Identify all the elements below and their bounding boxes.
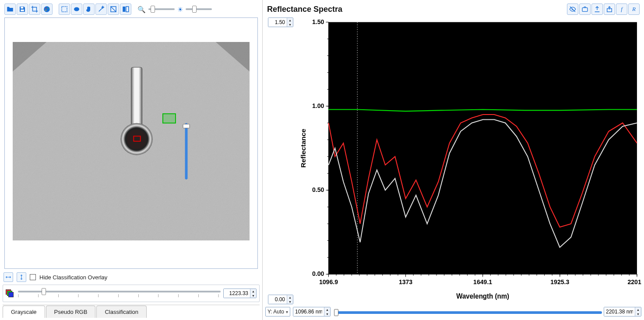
svg-text:1096.9: 1096.9 <box>319 278 338 285</box>
magic-wand-icon[interactable] <box>95 3 107 15</box>
view-mode-tabs: Grayscale Pseudo RGB Classification <box>3 305 260 317</box>
svg-text:1649.1: 1649.1 <box>473 278 492 285</box>
band-stack-icon[interactable] <box>6 289 14 297</box>
zoom-control: 🔍 <box>137 6 176 13</box>
x-controls: Y: Auto ▲▼ ▲▼ <box>265 306 641 317</box>
y-controls: ▲▼ ▲▼ <box>265 17 296 304</box>
tab-grayscale[interactable]: Grayscale <box>3 306 45 318</box>
svg-point-4 <box>47 8 48 9</box>
compare-icon[interactable] <box>120 3 131 15</box>
y-min-input[interactable] <box>268 295 287 304</box>
band-value-input[interactable] <box>224 289 250 298</box>
svg-point-2 <box>44 6 50 12</box>
y-auto-dropdown[interactable]: Y: Auto <box>265 307 290 317</box>
y-range-slider-box <box>276 29 285 293</box>
snapshot-icon[interactable] <box>579 3 591 15</box>
fullscreen-icon[interactable] <box>108 3 119 15</box>
svg-rect-9 <box>123 7 125 12</box>
svg-rect-6 <box>62 7 67 12</box>
band-value-spin[interactable]: ▲▼ <box>223 289 257 298</box>
svg-text:2201.4: 2201.4 <box>627 278 641 285</box>
svg-point-3 <box>46 8 46 9</box>
brightness-control: ☀ <box>177 6 213 13</box>
image-panel: 🔍 ☀ <box>0 0 263 320</box>
image-viewer[interactable] <box>4 17 258 269</box>
svg-text:Reflectance: Reflectance <box>299 129 307 167</box>
pan-h-icon[interactable] <box>4 272 13 282</box>
app-root: 🔍 ☀ <box>0 0 644 320</box>
crop-icon[interactable] <box>29 3 40 15</box>
overlay-controls: Hide Classification Overlay <box>3 271 260 284</box>
svg-text:1.00: 1.00 <box>312 102 324 109</box>
folder-icon[interactable] <box>4 3 16 15</box>
svg-rect-15 <box>131 67 142 131</box>
y-max-spin[interactable]: ▲▼ <box>268 17 293 27</box>
spectra-title: Reflectance Spectra <box>267 5 342 14</box>
svg-point-17 <box>127 129 146 149</box>
x-range-slider[interactable] <box>334 311 602 314</box>
tab-pseudo-rgb[interactable]: Pseudo RGB <box>46 306 96 318</box>
roi-green[interactable] <box>163 114 176 123</box>
x-min-input[interactable] <box>293 307 324 316</box>
hide-overlay-checkbox[interactable] <box>30 274 36 280</box>
svg-point-7 <box>74 7 79 11</box>
zoom-slider[interactable] <box>148 8 175 10</box>
svg-rect-1 <box>21 10 24 11</box>
pan-v-icon[interactable] <box>17 272 26 282</box>
x-max-input[interactable] <box>604 307 635 316</box>
zoom-icon[interactable]: 🔍 <box>137 6 146 13</box>
svg-text:0.50: 0.50 <box>312 186 324 193</box>
brightness-slider[interactable] <box>186 8 212 10</box>
svg-text:1925.3: 1925.3 <box>550 278 569 285</box>
function-icon[interactable]: f <box>616 3 627 15</box>
export-icon[interactable] <box>591 3 603 15</box>
chart-row: ▲▼ ▲▼ 0.000.501.001.501096.913731649.119… <box>265 17 641 304</box>
spectra-header: Reflectance Spectra f R <box>265 3 641 16</box>
svg-rect-0 <box>21 7 23 9</box>
palette-icon[interactable] <box>41 3 53 15</box>
band-ticks: ||||||||||| <box>17 293 220 297</box>
hide-overlay-label: Hide Classification Overlay <box>39 274 107 281</box>
spectra-chart[interactable]: 0.000.501.001.501096.913731649.11925.322… <box>298 17 641 304</box>
band-slider[interactable] <box>18 291 221 292</box>
x-max-spin[interactable]: ▲▼ <box>604 307 641 317</box>
svg-text:Wavelength (nm): Wavelength (nm) <box>456 292 509 300</box>
image-toolbar: 🔍 ☀ <box>3 3 260 16</box>
y-min-spin[interactable]: ▲▼ <box>268 295 293 304</box>
sample-image <box>13 42 250 240</box>
svg-text:1.50: 1.50 <box>312 18 324 25</box>
hand-icon[interactable] <box>83 3 95 15</box>
band-down[interactable]: ▼ <box>250 293 256 298</box>
save-icon[interactable] <box>17 3 28 15</box>
band-slider-row: ||||||||||| ▲▼ <box>3 285 260 302</box>
x-range-slider-box <box>333 309 601 315</box>
toggle-visibility-icon[interactable] <box>567 3 578 15</box>
share-icon[interactable] <box>604 3 615 15</box>
tab-classification[interactable]: Classification <box>96 306 147 318</box>
spectra-tools: f R <box>567 3 640 15</box>
freeform-select-icon[interactable] <box>71 3 82 15</box>
svg-text:1373: 1373 <box>399 278 412 285</box>
x-min-spin[interactable]: ▲▼ <box>293 307 331 317</box>
y-range-slider[interactable] <box>182 123 191 180</box>
svg-rect-18 <box>582 8 588 12</box>
reset-icon[interactable]: R <box>628 3 640 15</box>
svg-text:0.00: 0.00 <box>312 270 324 277</box>
band-up[interactable]: ▲ <box>250 289 256 293</box>
spectra-panel: Reflectance Spectra f R ▲▼ <box>263 0 644 320</box>
svg-point-5 <box>46 10 46 10</box>
y-max-input[interactable] <box>268 18 287 27</box>
svg-rect-10 <box>126 7 129 12</box>
rect-select-icon[interactable] <box>59 3 70 15</box>
brightness-icon[interactable]: ☀ <box>177 6 183 13</box>
